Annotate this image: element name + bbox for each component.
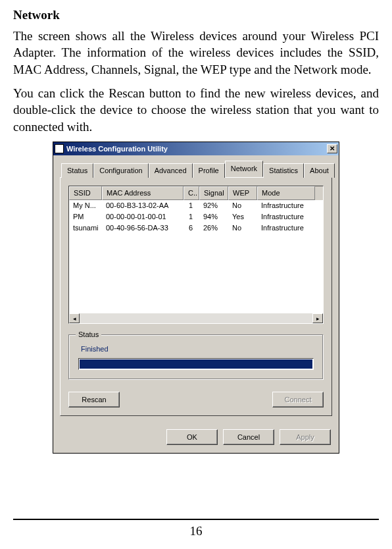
- col-wep[interactable]: WEP: [228, 186, 257, 200]
- cell-channel: 1: [184, 212, 199, 222]
- cancel-button[interactable]: Cancel: [223, 429, 274, 445]
- listview-header: SSID MAC Address C.. Signal WEP Mode: [69, 186, 323, 200]
- list-item[interactable]: PM 00-00-00-01-00-01 1 94% Yes Infrastru…: [69, 211, 323, 222]
- progress-bar: [78, 358, 314, 370]
- rescan-button[interactable]: Rescan: [68, 392, 120, 407]
- page-number: 16: [190, 524, 203, 538]
- apply-button[interactable]: Apply: [280, 429, 331, 445]
- cell-mode: Infrastructure: [257, 201, 315, 211]
- doc-paragraph-1: The screen shows all the Wireless device…: [13, 28, 379, 78]
- list-item[interactable]: tsunami 00-40-96-56-DA-33 6 26% No Infra…: [69, 222, 323, 234]
- dialog-button-row: OK Cancel Apply: [53, 423, 339, 453]
- cell-wep: No: [228, 201, 257, 211]
- col-channel[interactable]: C..: [184, 186, 199, 200]
- cell-mac: 00-00-00-01-00-01: [102, 212, 184, 222]
- tab-about[interactable]: About: [304, 163, 335, 178]
- action-button-row: Rescan Connect: [68, 392, 324, 407]
- col-ssid[interactable]: SSID: [69, 186, 102, 200]
- horizontal-scrollbar[interactable]: ◂ ▸: [69, 313, 323, 323]
- page-footer: 16: [13, 519, 379, 540]
- ok-button[interactable]: OK: [166, 429, 218, 445]
- cell-ssid: PM: [69, 212, 102, 222]
- doc-paragraph-2: You can click the Rescan button to find …: [13, 85, 379, 136]
- status-legend: Status: [76, 330, 101, 340]
- cell-ssid: tsunami: [69, 223, 102, 233]
- tab-status[interactable]: Status: [61, 163, 93, 178]
- status-groupbox: Status Finished: [68, 334, 324, 380]
- app-window: Wireless Configuration Utility ✕ Status …: [53, 142, 339, 454]
- tab-statistics[interactable]: Statistics: [263, 163, 304, 178]
- scroll-track[interactable]: [80, 313, 312, 323]
- cell-mode: Infrastructure: [257, 212, 315, 222]
- titlebar: Wireless Configuration Utility ✕: [53, 142, 339, 155]
- status-text: Finished: [78, 344, 314, 354]
- cell-signal: 26%: [199, 223, 228, 233]
- cell-mac: 00-40-96-56-DA-33: [102, 223, 184, 233]
- dialog-body: Status Configuration Advanced Profile Ne…: [53, 155, 339, 423]
- close-button[interactable]: ✕: [327, 144, 337, 153]
- col-mode[interactable]: Mode: [257, 186, 315, 200]
- tabstrip: Status Configuration Advanced Profile Ne…: [60, 161, 332, 177]
- col-mac[interactable]: MAC Address: [102, 186, 184, 200]
- app-icon: [55, 144, 64, 153]
- scroll-right-button[interactable]: ▸: [312, 313, 323, 323]
- cell-signal: 92%: [199, 201, 228, 211]
- tab-profile[interactable]: Profile: [193, 163, 225, 178]
- cell-ssid: My N...: [69, 201, 102, 211]
- tab-advanced[interactable]: Advanced: [149, 163, 193, 178]
- scroll-left-button[interactable]: ◂: [69, 313, 80, 323]
- window-title: Wireless Configuration Utility: [66, 144, 327, 154]
- cell-wep: No: [228, 223, 257, 233]
- cell-channel: 1: [184, 201, 199, 211]
- cell-signal: 94%: [199, 212, 228, 222]
- progress-fill: [80, 359, 312, 369]
- cell-mac: 00-60-B3-13-02-AA: [102, 201, 184, 211]
- connect-button[interactable]: Connect: [272, 392, 324, 407]
- listview-body[interactable]: My N... 00-60-B3-13-02-AA 1 92% No Infra…: [69, 200, 323, 313]
- cell-channel: 6: [184, 223, 199, 233]
- doc-heading: Network: [13, 7, 379, 24]
- cell-mode: Infrastructure: [257, 223, 315, 233]
- list-item[interactable]: My N... 00-60-B3-13-02-AA 1 92% No Infra…: [69, 200, 323, 211]
- tab-panel-network: SSID MAC Address C.. Signal WEP Mode My …: [60, 177, 332, 416]
- network-listview[interactable]: SSID MAC Address C.. Signal WEP Mode My …: [68, 186, 324, 324]
- tab-configuration[interactable]: Configuration: [93, 163, 148, 178]
- col-signal[interactable]: Signal: [199, 186, 228, 200]
- cell-wep: Yes: [228, 212, 257, 222]
- tab-network[interactable]: Network: [225, 161, 263, 177]
